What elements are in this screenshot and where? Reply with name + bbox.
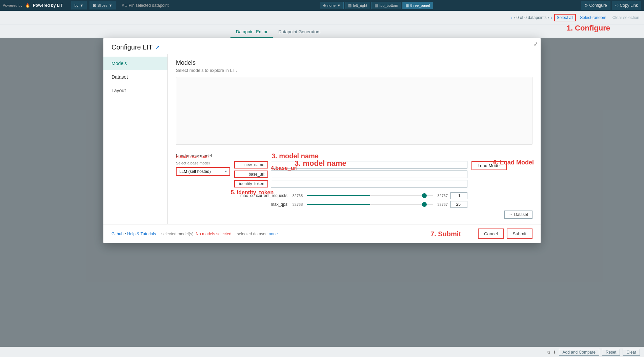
datapoints-count: ‹ 0 of 0 datapoints › [514,15,549,20]
flame-icon: 🔥 [25,3,30,8]
next-datapoint-btn[interactable]: › [550,15,552,20]
powered-by-label: Powered by [3,3,22,7]
select-random-btn[interactable]: Select random [578,15,608,21]
datapoints-nav: ‹ ‹ 0 of 0 datapoints › › [511,15,552,20]
by-chevron: ▼ [80,3,83,7]
pin-hash: # [122,3,124,8]
layout-lr-icon: ▥ [348,3,351,8]
layout-three-panel-btn[interactable]: ▦ three_panel [402,2,433,9]
pin-btn[interactable]: # # Pin selected datapoint [119,2,172,9]
top-bar-right: ⚙ Configure ⇨ Copy Link [581,1,641,10]
second-bar-right: ‹ ‹ 0 of 0 datapoints › › Select all Sel… [511,14,641,21]
slices-btn[interactable]: ⊞ Slices ▼ [89,1,116,9]
layout-tp-icon: ▦ [405,3,409,8]
slices-chevron: ▼ [109,3,113,7]
slices-icon: ⊞ [93,3,96,8]
app-title: Powered by LIT [33,3,63,8]
top-bar-left: Powered by 🔥 Powered by LIT by ▼ ⊞ Slice… [3,1,172,9]
tab-datapoint-editor[interactable]: Datapoint Editor [230,26,273,38]
clear-selection-btn[interactable]: Clear selection [610,15,641,21]
slices-label: Slices [97,3,107,7]
layout-none-btn[interactable]: ⊙ none ▼ [320,2,344,9]
configure-btn[interactable]: ⚙ Configure [581,1,610,10]
pin-label: # Pin selected datapoint [125,3,169,8]
layout-left-right-btn[interactable]: ▥ left_right [345,2,370,9]
gear-icon: ⚙ [584,3,588,8]
tab-bar: Datapoint Editor Datapoint Generators [0,24,644,38]
by-dropdown[interactable]: by ▼ [71,1,87,9]
link-icon: ⇨ [615,3,619,8]
copy-link-btn[interactable]: ⇨ Copy Link [612,1,641,10]
layout-none-icon: ⊙ [323,3,326,8]
layout-top-bottom-btn[interactable]: ▤ top_bottom [371,2,401,9]
second-bar: ‹ ‹ 0 of 0 datapoints › › Select all Sel… [0,11,644,24]
configure-annotation: 1. Configure [567,24,610,33]
prev-datapoint-btn[interactable]: ‹ [511,15,513,20]
select-all-btn[interactable]: Select all [554,14,576,21]
layout-buttons: ⊙ none ▼ ▥ left_right ▤ top_bottom ▦ thr… [320,2,433,9]
layout-none-chevron: ▼ [337,3,341,7]
tab-datapoint-generators[interactable]: Datapoint Generators [273,26,326,38]
top-bar: Powered by 🔥 Powered by LIT by ▼ ⊞ Slice… [0,0,644,11]
layout-tb-icon: ▤ [375,3,378,8]
by-label: by [75,3,79,7]
